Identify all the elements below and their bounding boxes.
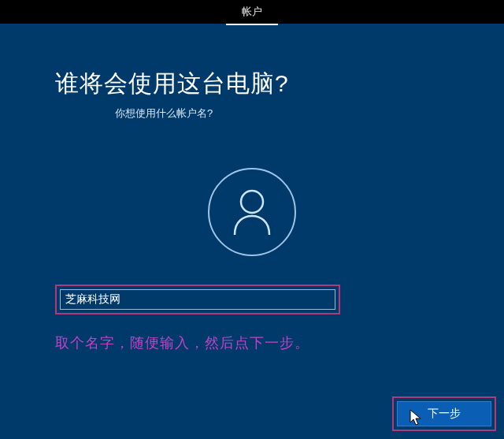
svg-point-0 xyxy=(241,191,263,213)
annotation-text: 取个名字，随便输入，然后点下一步。 xyxy=(55,333,449,352)
avatar xyxy=(208,168,296,256)
next-button[interactable]: 下一步 xyxy=(397,401,491,426)
page-subtitle: 你想使用什么帐户名? xyxy=(115,106,449,121)
page-title: 谁将会使用这台电脑? xyxy=(55,68,449,100)
avatar-wrap xyxy=(55,168,449,256)
tab-account-label: 帐户 xyxy=(242,6,262,17)
username-input[interactable] xyxy=(60,289,335,310)
user-icon xyxy=(230,188,274,236)
main-panel: 谁将会使用这台电脑? 你想使用什么帐户名? 取个名字，随便输入，然后点下一步。 xyxy=(0,24,504,352)
next-button-label: 下一步 xyxy=(428,407,461,421)
title-bar: 帐户 xyxy=(0,0,504,24)
annotation-highlight-input xyxy=(55,285,340,314)
annotation-highlight-button: 下一步 xyxy=(392,396,496,431)
username-field-wrap xyxy=(55,285,449,314)
tab-account[interactable]: 帐户 xyxy=(226,0,278,25)
